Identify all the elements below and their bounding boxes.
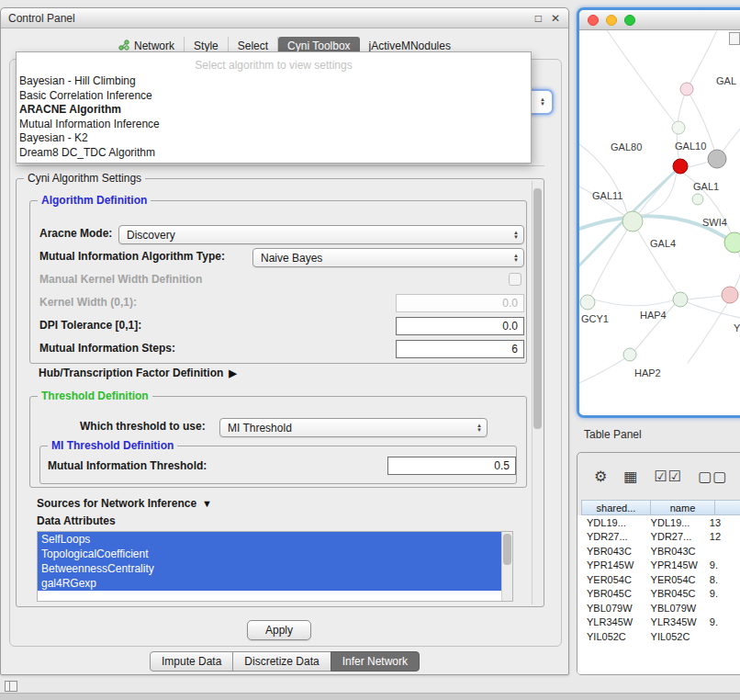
table-body: YDL19...YDL19...13YDR27...YDR27...12YBR0… [577, 515, 740, 674]
network-edge[interactable] [688, 302, 728, 363]
mi-algorithm-type-value: Naive Bayes [261, 252, 322, 265]
table-cell: YBR043C [642, 546, 701, 557]
table-cell: YBR045C [577, 588, 642, 599]
network-node[interactable] [680, 83, 693, 96]
column-header-name[interactable]: name [651, 500, 715, 515]
network-edge[interactable] [594, 299, 673, 306]
network-node[interactable] [722, 287, 738, 303]
network-node[interactable] [672, 121, 685, 134]
network-view-window[interactable]: GALGAL80GAL10GAL11GAL1SWI4GAL4GCY1HAP4HA… [577, 7, 740, 418]
table-row[interactable]: YBR045CYBR045C9. [577, 587, 740, 602]
table-row[interactable]: YDL19...YDL19...13 [577, 515, 740, 530]
tab-label: Cyni Toolbox [287, 40, 350, 52]
expanded-arrow-icon[interactable]: ▼ [202, 498, 212, 509]
network-canvas-area[interactable]: GALGAL80GAL10GAL11GAL1SWI4GAL4GCY1HAP4HA… [579, 30, 740, 415]
algorithm-option-dream8-dc-tdc-algorithm[interactable]: Dream8 DC_TDC Algorithm [17, 146, 531, 161]
attributes-scrollbar-thumb[interactable] [503, 534, 511, 565]
columns-icon[interactable]: ▦ [623, 468, 638, 485]
table-row[interactable]: YLR345WYLR345W9. [577, 615, 740, 630]
network-node[interactable] [673, 159, 688, 174]
settings-scrollbar[interactable] [532, 181, 543, 604]
algorithm-option-bayesian-hill-climbing[interactable]: Bayesian - Hill Climbing [17, 74, 531, 89]
apply-button[interactable]: Apply [247, 620, 311, 640]
mi-algorithm-type-select[interactable]: Naive Bayes ▲▼ [252, 248, 524, 267]
float-window-icon[interactable]: □ [535, 12, 542, 25]
table-row[interactable]: YIL052CYIL052C [577, 629, 740, 644]
deselect-all-boxes-icon[interactable]: ▢▢ [698, 468, 727, 485]
network-edge[interactable] [607, 30, 678, 128]
algorithm-popup-list: Bayesian - Hill ClimbingBasic Correlatio… [17, 74, 531, 160]
attribute-item-gal4rgexp[interactable]: gal4RGexp [38, 576, 501, 591]
table-row[interactable]: YDR27...YDR27...12 [577, 530, 740, 545]
hub-factor-label: Hub/Transcription Factor Definition [39, 367, 223, 379]
algorithm-option-basic-correlation-inference[interactable]: Basic Correlation Inference [17, 89, 531, 104]
bottom-panel-strip [0, 693, 740, 700]
attribute-item-betweennesscentrality[interactable]: BetweennessCentrality [38, 561, 501, 576]
attributes-scrollbar[interactable] [501, 532, 512, 601]
network-node[interactable] [692, 194, 703, 205]
window-title: Control Panel [1, 12, 75, 25]
mi-steps-label: Mutual Information Steps: [39, 342, 175, 355]
network-node[interactable] [580, 295, 595, 310]
algorithm-option-mutual-information-inference[interactable]: Mutual Information Inference [17, 118, 531, 132]
network-edge[interactable] [579, 144, 627, 212]
table-row[interactable]: YBL079WYBL079W [577, 601, 740, 615]
sources-section-toggle[interactable]: Sources for Network Inference ▼ [37, 497, 212, 510]
mi-threshold-label: Mutual Information Threshold: [48, 459, 207, 472]
table-row[interactable]: YBR043CYBR043C [577, 544, 740, 559]
network-node[interactable] [708, 150, 726, 168]
aracne-mode-value: Discovery [127, 229, 175, 242]
network-edge[interactable] [633, 221, 678, 294]
network-edge[interactable] [579, 358, 625, 383]
table-cell: YIL052C [642, 631, 701, 642]
collapsed-arrow-icon[interactable]: ▶ [229, 367, 236, 379]
which-threshold-label: Which threshold to use: [80, 420, 206, 433]
mi-steps-input[interactable]: 6 [396, 340, 524, 358]
algorithm-option-aracne-algorithm[interactable]: ARACNE Algorithm [17, 103, 531, 118]
table-cell: 9. [701, 588, 740, 599]
network-node[interactable] [623, 348, 636, 361]
column-header-2[interactable] [715, 500, 740, 515]
table-cell: YPR145W [577, 559, 642, 570]
close-window-icon[interactable]: ✕ [551, 12, 560, 25]
sources-label: Sources for Network Inference [37, 497, 196, 510]
table-row[interactable]: YER054CYER054C8. [577, 572, 740, 587]
attribute-item-topologicalcoefficient[interactable]: TopologicalCoefficient [38, 547, 501, 561]
algorithm-option-bayesian-k2[interactable]: Bayesian - K2 [17, 131, 531, 146]
column-header-shared[interactable]: shared... [581, 500, 651, 515]
network-scrollbar-stub[interactable] [729, 32, 740, 45]
network-node[interactable] [724, 232, 740, 253]
close-traffic-light-icon[interactable] [588, 15, 599, 26]
network-edge[interactable] [687, 296, 723, 299]
control-panel-titlebar[interactable]: Control Panel [1, 8, 568, 28]
combo-stepper-icon: ▲▼ [540, 97, 545, 107]
network-node[interactable] [622, 211, 643, 231]
settings-gear-icon[interactable]: ⚙ [594, 468, 608, 485]
table-row[interactable]: YPR145WYPR145W9. [577, 559, 740, 573]
combo-stepper-icon: ▲▼ [477, 423, 482, 433]
table-cell: 8. [701, 574, 740, 585]
data-attributes-list[interactable]: SelfLoopsTopologicalCoefficientBetweenne… [37, 531, 513, 602]
zoom-traffic-light-icon[interactable] [624, 15, 635, 26]
network-node[interactable] [673, 292, 688, 307]
network-window-titlebar[interactable] [579, 10, 740, 30]
settings-scrollbar-thumb[interactable] [533, 188, 542, 429]
table-cell: 9. [701, 616, 740, 627]
hub-factor-section-toggle[interactable]: Hub/Transcription Factor Definition ▶ [39, 367, 237, 379]
network-edge[interactable] [640, 172, 677, 216]
network-edge[interactable] [687, 30, 717, 89]
table-cell: YBL079W [577, 603, 642, 614]
bottom-tab-infer-network[interactable]: Infer Network [331, 651, 420, 672]
network-node-label: GAL1 [693, 181, 719, 192]
bottom-tab-impute-data[interactable]: Impute Data [150, 651, 233, 672]
which-threshold-select[interactable]: MI Threshold ▲▼ [219, 418, 488, 437]
bottom-tab-discretize-data[interactable]: Discretize Data [232, 651, 331, 672]
aracne-mode-select[interactable]: Discovery ▲▼ [118, 225, 524, 244]
select-all-checks-icon[interactable]: ☑☑ [654, 468, 682, 485]
tab-label: Network [134, 40, 174, 52]
minimize-traffic-light-icon[interactable] [606, 15, 617, 26]
mi-threshold-input[interactable]: 0.5 [387, 457, 516, 475]
dpi-tolerance-input[interactable]: 0.0 [396, 317, 524, 335]
attribute-item-selfloops[interactable]: SelfLoops [38, 532, 501, 547]
dock-panel-icon[interactable] [5, 681, 17, 692]
